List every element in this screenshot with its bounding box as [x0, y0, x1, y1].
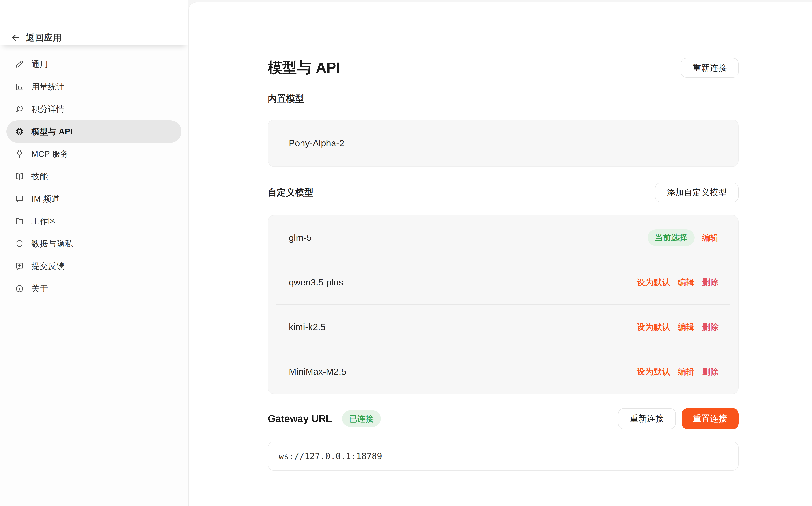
set-default-action[interactable]: 设为默认	[637, 322, 670, 332]
sidebar-item-label: IM 频道	[31, 193, 60, 204]
model-row-glm-5[interactable]: glm-5当前选择编辑	[268, 216, 738, 260]
sidebar-item-feedback[interactable]: 提交反馈	[6, 255, 181, 277]
chip-icon	[15, 127, 24, 136]
sidebar-item-label: 模型与 API	[31, 126, 73, 137]
builtin-model-row[interactable]: Pony-Alpha-2	[268, 138, 738, 148]
chat-icon	[15, 194, 24, 203]
back-to-app-button[interactable]: 返回应用	[11, 29, 62, 47]
delete-action[interactable]: 删除	[702, 322, 719, 332]
model-row-actions: 设为默认编辑删除	[637, 277, 719, 288]
sidebar-item-workspace[interactable]: 工作区	[6, 210, 181, 233]
edit-action[interactable]: 编辑	[678, 366, 694, 377]
add-custom-model-button[interactable]: 添加自定义模型	[655, 183, 739, 202]
gateway-reset-button[interactable]: 重置连接	[682, 408, 739, 429]
sidebar-item-label: 技能	[31, 171, 48, 182]
sidebar-item-label: 数据与隐私	[31, 238, 73, 249]
main-panel: 模型与 API 重新连接 内置模型 Pony-Alpha-2 自定义模型 添加自…	[188, 2, 812, 506]
model-row-kimi-k2-5[interactable]: kimi-k2.5设为默认编辑删除	[268, 305, 738, 349]
gateway-reconnect-button[interactable]: 重新连接	[618, 408, 676, 429]
sidebar-header: 返回应用	[0, 0, 188, 45]
edit-action[interactable]: 编辑	[678, 277, 694, 288]
title-row: 模型与 API 重新连接	[268, 58, 739, 78]
sidebar-item-label: MCP 服务	[31, 149, 69, 160]
bar-chart-icon	[15, 82, 24, 91]
back-to-app-label: 返回应用	[26, 32, 62, 44]
gateway-left: Gateway URL 已连接	[268, 410, 381, 427]
sidebar-item-about[interactable]: 关于	[6, 277, 181, 300]
builtin-model-name: Pony-Alpha-2	[289, 138, 345, 148]
connected-status-badge: 已连接	[342, 410, 381, 427]
builtin-models-heading: 内置模型	[268, 93, 739, 105]
edit-action[interactable]: 编辑	[678, 322, 694, 332]
model-name: glm-5	[289, 233, 312, 243]
set-default-action[interactable]: 设为默认	[637, 366, 670, 377]
custom-model-list: glm-5当前选择编辑qwen3.5-plus设为默认编辑删除kimi-k2.5…	[268, 215, 739, 394]
model-name: kimi-k2.5	[289, 322, 326, 332]
builtin-models-card: Pony-Alpha-2	[268, 119, 739, 167]
model-name: MiniMax-M2.5	[289, 366, 346, 377]
sidebar-item-label: 关于	[31, 283, 48, 294]
credits-icon	[15, 105, 24, 114]
arrow-left-icon	[11, 32, 21, 43]
sidebar-item-usage-stats[interactable]: 用量统计	[6, 75, 181, 98]
page-title: 模型与 API	[268, 58, 341, 78]
sidebar-item-label: 工作区	[31, 216, 56, 227]
settings-content: 模型与 API 重新连接 内置模型 Pony-Alpha-2 自定义模型 添加自…	[268, 58, 739, 471]
sidebar-item-general[interactable]: 通用	[6, 53, 181, 75]
sidebar-item-label: 用量统计	[31, 81, 65, 92]
shield-icon	[15, 239, 24, 248]
custom-models-heading: 自定义模型	[268, 186, 314, 198]
sidebar-item-mcp-services[interactable]: MCP 服务	[6, 143, 181, 165]
gateway-url-input[interactable]	[268, 442, 739, 471]
model-name: qwen3.5-plus	[289, 277, 344, 287]
model-row-minimax-m2-5[interactable]: MiniMax-M2.5设为默认编辑删除	[268, 349, 738, 394]
sidebar-nav: 通用用量统计积分详情模型与 APIMCP 服务技能IM 频道工作区数据与隐私提交…	[6, 53, 181, 300]
model-row-actions: 设为默认编辑删除	[637, 366, 719, 377]
sidebar-item-data-privacy[interactable]: 数据与隐私	[6, 233, 181, 255]
sidebar-item-label: 提交反馈	[31, 261, 65, 272]
current-selected-badge: 当前选择	[648, 229, 694, 246]
sidebar-item-models-api[interactable]: 模型与 API	[6, 120, 181, 143]
delete-action[interactable]: 删除	[702, 366, 719, 377]
sidebar-item-credits[interactable]: 积分详情	[6, 98, 181, 120]
pencil-icon	[15, 60, 24, 69]
edit-action[interactable]: 编辑	[702, 232, 719, 243]
gateway-buttons: 重新连接 重置连接	[618, 408, 739, 429]
sidebar-item-label: 积分详情	[31, 104, 65, 115]
model-row-actions: 设为默认编辑删除	[637, 322, 719, 332]
delete-action[interactable]: 删除	[702, 277, 719, 288]
book-icon	[15, 172, 24, 181]
folder-icon	[15, 217, 24, 226]
settings-sidebar: 返回应用 通用用量统计积分详情模型与 APIMCP 服务技能IM 频道工作区数据…	[0, 0, 188, 506]
sidebar-item-skills[interactable]: 技能	[6, 165, 181, 188]
info-icon	[15, 284, 24, 293]
feedback-icon	[15, 262, 24, 271]
gateway-row: Gateway URL 已连接 重新连接 重置连接	[268, 408, 739, 429]
model-row-actions: 当前选择编辑	[648, 229, 719, 246]
gateway-url-label: Gateway URL	[268, 413, 332, 424]
sidebar-item-label: 通用	[31, 59, 48, 70]
sidebar-item-im-channels[interactable]: IM 频道	[6, 188, 181, 210]
model-row-qwen3-5-plus[interactable]: qwen3.5-plus设为默认编辑删除	[268, 260, 738, 305]
reconnect-top-button[interactable]: 重新连接	[681, 58, 739, 78]
plug-icon	[15, 150, 24, 159]
custom-models-header-row: 自定义模型 添加自定义模型	[268, 183, 739, 202]
app-window: 返回应用 通用用量统计积分详情模型与 APIMCP 服务技能IM 频道工作区数据…	[0, 0, 812, 506]
set-default-action[interactable]: 设为默认	[637, 277, 670, 288]
